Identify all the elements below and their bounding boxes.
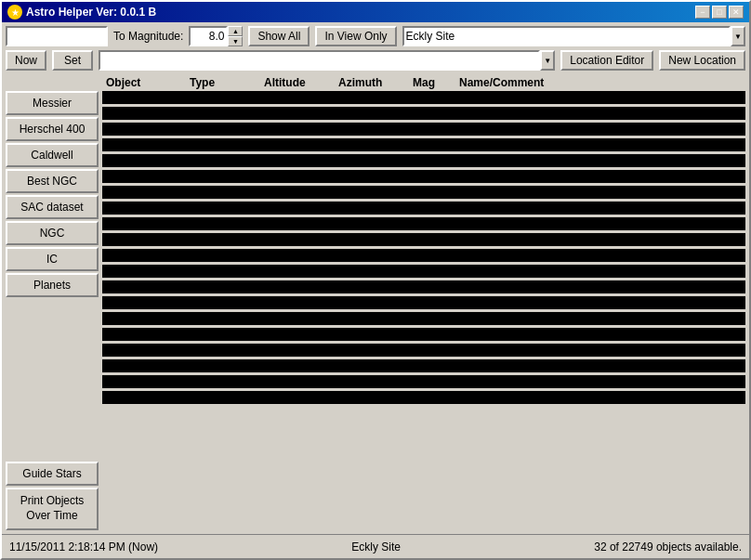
window-title: Astro Helper Ver: 0.0.1 B xyxy=(26,6,156,19)
location-dropdown-arrow[interactable]: ▼ xyxy=(731,26,745,46)
magnitude-spinner: ▲ ▼ xyxy=(189,26,243,46)
location-input[interactable] xyxy=(402,26,731,46)
spin-up[interactable]: ▲ xyxy=(228,26,243,36)
spinner-buttons: ▲ ▼ xyxy=(228,26,243,46)
sidebar-ic[interactable]: IC xyxy=(6,247,99,271)
now-button[interactable]: Now xyxy=(6,50,46,71)
table-row xyxy=(102,344,745,357)
table-row xyxy=(102,186,745,199)
table-row xyxy=(102,91,745,104)
table-row xyxy=(102,107,745,120)
table-row xyxy=(102,280,745,293)
table-body xyxy=(102,91,745,530)
print-objects-over-time-button[interactable]: Print ObjectsOver Time xyxy=(6,488,99,530)
table-row xyxy=(102,249,745,262)
maximize-button[interactable]: □ xyxy=(712,6,727,19)
table-row xyxy=(102,123,745,136)
table-row xyxy=(102,233,745,246)
col-mag-header: Mag xyxy=(409,76,455,89)
close-button[interactable]: ✕ xyxy=(729,6,744,19)
table-header: Object Type Altitude Azimuth Mag Name/Co… xyxy=(6,74,745,91)
table-row xyxy=(102,170,745,183)
status-objects-count: 32 of 22749 objects available. xyxy=(594,540,742,553)
set-button[interactable]: Set xyxy=(52,50,93,71)
table-row xyxy=(102,375,745,388)
main-area: Messier Herschel 400 Caldwell Best NGC S… xyxy=(6,91,745,530)
table-row xyxy=(102,296,745,309)
app-icon: ★ xyxy=(7,5,22,20)
col-object-header: Object xyxy=(102,76,186,89)
sidebar: Messier Herschel 400 Caldwell Best NGC S… xyxy=(6,91,99,530)
col-namecomment-header: Name/Comment xyxy=(455,76,745,89)
title-bar: ★ Astro Helper Ver: 0.0.1 B − □ ✕ xyxy=(2,2,749,22)
status-site: Eckly Site xyxy=(351,540,401,553)
time-dropdown-arrow[interactable]: ▼ xyxy=(540,50,555,71)
sidebar-sacdataset[interactable]: SAC dataset xyxy=(6,195,99,219)
location-dropdown: ▼ xyxy=(402,26,745,46)
sidebar-guidestars[interactable]: Guide Stars xyxy=(6,462,99,486)
table-row xyxy=(102,359,745,372)
table-row xyxy=(102,312,745,325)
col-type-header: Type xyxy=(186,76,260,89)
toolbar-row1: To Magnitude: ▲ ▼ Show All In View Only … xyxy=(6,26,745,46)
title-bar-left: ★ Astro Helper Ver: 0.0.1 B xyxy=(7,5,156,20)
sidebar-caldwell[interactable]: Caldwell xyxy=(6,143,99,167)
sidebar-herschel400[interactable]: Herschel 400 xyxy=(6,117,99,141)
time-input[interactable] xyxy=(99,50,540,71)
content-area: To Magnitude: ▲ ▼ Show All In View Only … xyxy=(2,22,749,534)
sidebar-messier[interactable]: Messier xyxy=(6,91,99,115)
toolbar-row2: Now Set ▼ Location Editor New Location xyxy=(6,50,745,71)
table-row xyxy=(102,202,745,215)
title-buttons: − □ ✕ xyxy=(695,6,744,19)
sidebar-planets[interactable]: Planets xyxy=(6,273,99,297)
table-row xyxy=(102,138,745,151)
minimize-button[interactable]: − xyxy=(695,6,710,19)
main-window: ★ Astro Helper Ver: 0.0.1 B − □ ✕ To Mag… xyxy=(0,0,751,560)
spin-down[interactable]: ▼ xyxy=(228,36,243,46)
data-rows xyxy=(102,91,745,407)
magnitude-value[interactable] xyxy=(189,26,228,46)
new-location-button[interactable]: New Location xyxy=(659,50,745,71)
table-row xyxy=(102,328,745,341)
magnitude-label: To Magnitude: xyxy=(113,30,183,43)
sidebar-bestngc[interactable]: Best NGC xyxy=(6,169,99,193)
in-view-only-button[interactable]: In View Only xyxy=(315,26,396,46)
table-row xyxy=(102,391,745,404)
time-dropdown: ▼ xyxy=(99,50,555,71)
table-row xyxy=(102,154,745,167)
col-azimuth-header: Azimuth xyxy=(335,76,409,89)
status-datetime: 11/15/2011 2:18:14 PM (Now) xyxy=(9,540,158,553)
table-row xyxy=(102,265,745,278)
search-input[interactable] xyxy=(6,26,108,46)
sidebar-ngc[interactable]: NGC xyxy=(6,221,99,245)
location-editor-button[interactable]: Location Editor xyxy=(560,50,653,71)
show-all-button[interactable]: Show All xyxy=(248,26,310,46)
col-altitude-header: Altitude xyxy=(260,76,335,89)
status-bar: 11/15/2011 2:18:14 PM (Now) Eckly Site 3… xyxy=(2,534,749,558)
table-row xyxy=(102,217,745,230)
